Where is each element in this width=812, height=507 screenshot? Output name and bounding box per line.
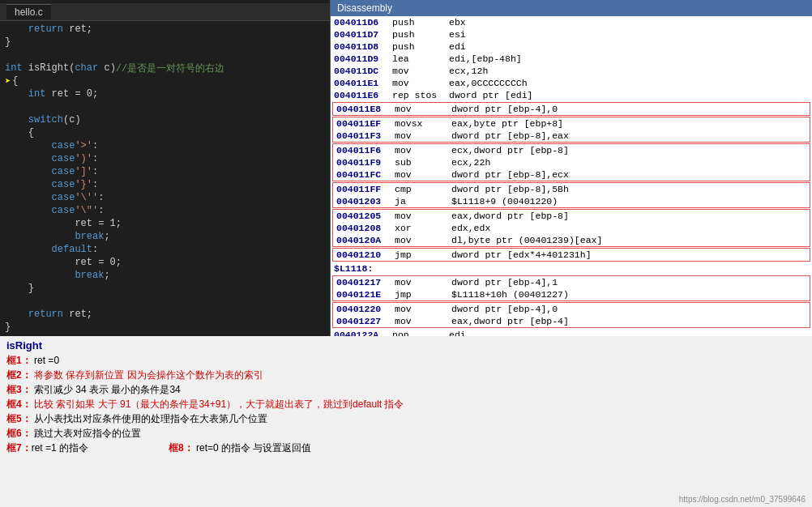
code-line: } — [0, 282, 330, 295]
disasm-title: Disassembly — [337, 2, 392, 14]
code-tab[interactable]: hello.c — [6, 4, 51, 19]
disasm-row: 004011F6 mov ecx,dword ptr [ebp-8] — [333, 144, 810, 156]
disasm-group-4: 004011FF cmp dword ptr [ebp-8],5Bh 00401… — [332, 182, 810, 208]
code-line — [0, 100, 330, 113]
disasm-row: 0040122A pop edi — [331, 329, 812, 336]
code-line: case ']': — [0, 165, 330, 178]
disasm-row: 00401203 ja $L1118+9 (00401220) — [333, 195, 810, 207]
disasm-row: 004011E6 rep stos dword ptr [edi] — [331, 89, 812, 101]
code-line-isright: int isRight(char c)//是否是一对符号的右边 — [0, 62, 330, 75]
code-line: break; — [0, 269, 330, 282]
disasm-row: 00401205 mov eax,dword ptr [ebp-8] — [333, 210, 810, 222]
disasm-row: 00401220 mov dword ptr [ebp-4],0 — [333, 303, 810, 315]
disasm-group-7: 00401217 mov dword ptr [ebp-4],1 0040121… — [332, 275, 810, 301]
disasm-group-1: 004011E8 mov dword ptr [ebp-4],0 — [332, 102, 810, 116]
disasm-row: 004011E8 mov dword ptr [ebp-4],0 — [333, 103, 810, 115]
code-line: ret = 0; — [0, 256, 330, 269]
disasm-row: 004011D6 push ebx — [331, 16, 812, 28]
disasm-row: 00401210 jmp dword ptr [edx*4+401231h] — [333, 249, 810, 261]
watermark: https://blog.csdn.net/m0_37599646 — [679, 495, 806, 504]
disasm-row: 004011F9 sub ecx,22h — [333, 156, 810, 168]
code-line: int ret = 0; — [0, 87, 330, 100]
annotation-line-1: 框1： ret =0 — [6, 353, 806, 368]
disasm-row: 0040120A mov dl,byte ptr (00401239)[eax] — [333, 234, 810, 246]
disasm-group-2: 004011EF movsx eax,byte ptr [ebp+8] 0040… — [332, 117, 810, 143]
disasm-row: 00401208 xor edx,edx — [333, 222, 810, 234]
code-line: return ret; — [0, 308, 330, 321]
annotation-line-4: 框4： 比较 索引如果 大于 91（最大的条件是34+91），大于就超出表了，跳… — [6, 397, 806, 411]
disasm-row: 004011EF movsx eax,byte ptr [ebp+8] — [333, 117, 810, 130]
disasm-row: 00401227 mov eax,dword ptr [ebp-4] — [333, 315, 810, 327]
code-line: } — [0, 36, 330, 49]
disasm-row: 004011FF cmp dword ptr [ebp-8],5Bh — [333, 183, 810, 195]
disasm-row: 004011FC mov dword ptr [ebp-8],ecx — [333, 168, 810, 181]
app-container: hello.c return ret; } int isRight(char c… — [0, 0, 812, 507]
top-panels: hello.c return ret; } int isRight(char c… — [0, 0, 812, 336]
annotation-line-2: 框2： 将参数 保存到新位置 因为会操作这个数作为表的索引 — [6, 368, 806, 382]
code-line: case '\'': — [0, 191, 330, 204]
code-line: default: — [0, 243, 330, 256]
code-line: switch(c) — [0, 113, 330, 126]
annotation-line-3: 框3： 索引减少 34 表示 最小的条件是34 — [6, 382, 806, 397]
disasm-row: 004011D7 push esi — [331, 28, 812, 40]
disasm-content: 004011D6 push ebx 004011D7 push esi 0040… — [331, 16, 812, 336]
code-content: return ret; } int isRight(char c)//是否是一对… — [0, 21, 330, 336]
annotation-line-6: 框6： 跳过大表对应指令的位置 — [6, 426, 806, 441]
disasm-group-6: 00401210 jmp dword ptr [edx*4+401231h] — [332, 248, 810, 262]
code-line: break; — [0, 230, 330, 243]
annotation-title: isRight — [6, 339, 806, 351]
bottom-panel: isRight 框1： ret =0 框2： 将参数 保存到新位置 因为会操作这… — [0, 336, 812, 507]
code-line: case '\"': — [0, 204, 330, 217]
code-line: case '}': — [0, 178, 330, 191]
code-line — [0, 334, 330, 336]
disasm-group-8: 00401220 mov dword ptr [ebp-4],0 0040122… — [332, 302, 810, 328]
disasm-titlebar: Disassembly — [331, 0, 812, 16]
annotation-line-7: 框7：ret =1 的指令 框8： ret=0 的指令 与设置返回值 — [6, 441, 806, 455]
disasm-row: 0040121E jmp $L1118+10h (00401227) — [333, 288, 810, 300]
code-panel: hello.c return ret; } int isRight(char c… — [0, 0, 331, 336]
code-line: ret = 1; — [0, 217, 330, 230]
code-line: case '>': — [0, 139, 330, 152]
disasm-row: 00401217 mov dword ptr [ebp-4],1 — [333, 276, 810, 288]
disasm-group-5: 00401205 mov eax,dword ptr [ebp-8] 00401… — [332, 209, 810, 247]
code-line — [0, 295, 330, 308]
code-line: case ')': — [0, 152, 330, 165]
code-line: } — [0, 321, 330, 334]
disasm-row: 004011E1 mov eax,0CCCCCCCCh — [331, 77, 812, 89]
disasm-group-3: 004011F6 mov ecx,dword ptr [ebp-8] 00401… — [332, 143, 810, 181]
code-line: { — [0, 126, 330, 139]
code-line — [0, 49, 330, 62]
disasm-row: 004011DC mov ecx,12h — [331, 65, 812, 77]
disasm-row: 004011F3 mov dword ptr [ebp-8],eax — [333, 130, 810, 142]
disasm-row: 004011D9 lea edi,[ebp-48h] — [331, 53, 812, 65]
code-line: return ret; — [0, 23, 330, 36]
arrow-icon: ➤ — [5, 75, 11, 87]
disasm-row: 004011D8 push edi — [331, 40, 812, 53]
disasm-label-row: $L1118: — [331, 262, 812, 275]
annotation-line-5: 框5： 从小表找出对应条件使用的处理指令在大表第几个位置 — [6, 411, 806, 426]
disasm-panel: Disassembly 004011D6 push ebx 004011D7 p… — [331, 0, 812, 336]
code-line-brace: ➤ { — [0, 75, 330, 87]
